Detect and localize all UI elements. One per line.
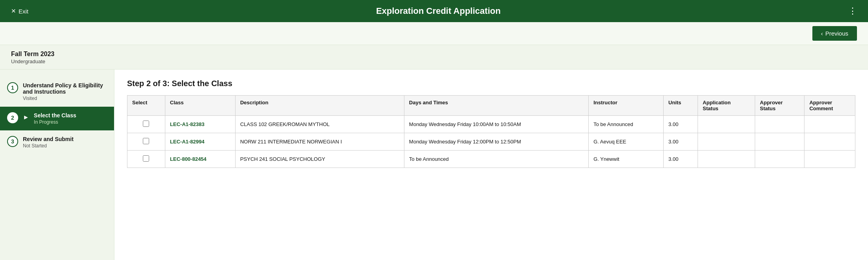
sidebar-item-step3[interactable]: 3 Review and Submit Not Started [0, 130, 114, 154]
more-options-icon[interactable]: ⋮ [848, 6, 857, 16]
col-select: Select [127, 96, 165, 116]
step3-label: Review and Submit [23, 136, 73, 142]
row-checkbox-1[interactable] [143, 138, 149, 144]
row-units: 3.00 [664, 116, 698, 133]
step-heading: Step 2 of 3: Select the Class [127, 79, 855, 88]
row-instructor: To be Announced [589, 116, 664, 133]
step2-text: Select the Class In Progress [34, 112, 76, 125]
col-instructor: Instructor [589, 96, 664, 116]
previous-label: Previous [825, 30, 848, 37]
step1-text: Understand Policy & Eligibility and Inst… [23, 82, 107, 101]
col-days-times: Days and Times [404, 96, 588, 116]
row-units: 3.00 [664, 133, 698, 151]
step3-status: Not Started [23, 143, 73, 149]
row-units: 3.00 [664, 151, 698, 168]
step3-number: 3 [7, 136, 18, 147]
row-class-id[interactable]: LEC-A1-82994 [165, 133, 235, 151]
class-link-1[interactable]: LEC-A1-82994 [170, 139, 204, 145]
class-table: Select Class Description Days and Times … [127, 95, 855, 168]
content-area: Step 2 of 3: Select the Class Select Cla… [114, 70, 868, 260]
row-description: PSYCH 241 SOCIAL PSYCHOLOGY [235, 151, 404, 168]
step2-arrow-icon: ► [23, 114, 29, 121]
app-header: ✕ Exit Exploration Credit Application ⋮ [0, 0, 868, 22]
sidebar-item-step1[interactable]: 1 Understand Policy & Eligibility and In… [0, 77, 114, 107]
row-description: CLASS 102 GREEK/ROMAN MYTHOL [235, 116, 404, 133]
term-bar: Fall Term 2023 Undergraduate [0, 45, 868, 70]
sidebar: 1 Understand Policy & Eligibility and In… [0, 70, 114, 260]
row-days-times: Monday Wednesday Friday 12:00PM to 12:50… [404, 133, 588, 151]
sidebar-item-step2[interactable]: 2 ► Select the Class In Progress [0, 107, 114, 130]
row-days-times: To be Announced [404, 151, 588, 168]
top-action-bar: ‹ Previous [0, 22, 868, 45]
row-class-id[interactable]: LEC-800-82454 [165, 151, 235, 168]
row-checkbox-cell[interactable] [127, 133, 165, 151]
row-checkbox-0[interactable] [143, 121, 149, 127]
term-level: Undergraduate [11, 58, 857, 64]
col-description: Description [235, 96, 404, 116]
row-approver-status [755, 133, 804, 151]
class-link-0[interactable]: LEC-A1-82383 [170, 121, 204, 127]
row-days-times: Monday Wednesday Friday 10:00AM to 10:50… [404, 116, 588, 133]
main-content: 1 Understand Policy & Eligibility and In… [0, 70, 868, 260]
previous-button[interactable]: ‹ Previous [812, 26, 857, 41]
exit-label: Exit [19, 8, 28, 15]
step1-status: Visited [23, 96, 107, 101]
row-checkbox-cell[interactable] [127, 116, 165, 133]
col-application-status: ApplicationStatus [698, 96, 755, 116]
step2-label: Select the Class [34, 112, 76, 119]
row-checkbox-2[interactable] [143, 155, 149, 162]
row-instructor: G. Ynewwit [589, 151, 664, 168]
chevron-left-icon: ‹ [821, 30, 823, 37]
col-units: Units [664, 96, 698, 116]
step1-number: 1 [7, 82, 18, 93]
col-approver-status: ApproverStatus [755, 96, 804, 116]
row-class-id[interactable]: LEC-A1-82383 [165, 116, 235, 133]
exit-button[interactable]: ✕ Exit [11, 8, 28, 15]
row-approver-comment [804, 133, 855, 151]
row-description: NORW 211 INTERMEDIATE NORWEGIAN I [235, 133, 404, 151]
step1-label: Understand Policy & Eligibility and Inst… [23, 82, 107, 95]
row-application-status [698, 133, 755, 151]
row-application-status [698, 151, 755, 168]
row-checkbox-cell[interactable] [127, 151, 165, 168]
step3-text: Review and Submit Not Started [23, 136, 73, 149]
app-title: Exploration Credit Application [28, 6, 848, 16]
step2-status: In Progress [34, 119, 76, 125]
table-row: LEC-A1-82994 NORW 211 INTERMEDIATE NORWE… [127, 133, 855, 151]
row-approver-status [755, 116, 804, 133]
row-application-status [698, 116, 755, 133]
row-approver-comment [804, 116, 855, 133]
row-instructor: G. Aevuq EEE [589, 133, 664, 151]
term-name: Fall Term 2023 [11, 51, 857, 58]
exit-icon: ✕ [11, 8, 16, 15]
step2-number: 2 [7, 112, 18, 123]
class-link-2[interactable]: LEC-800-82454 [170, 156, 207, 162]
row-approver-status [755, 151, 804, 168]
col-class: Class [165, 96, 235, 116]
table-header-row: Select Class Description Days and Times … [127, 96, 855, 116]
col-approver-comment: ApproverComment [804, 96, 855, 116]
row-approver-comment [804, 151, 855, 168]
table-row: LEC-A1-82383 CLASS 102 GREEK/ROMAN MYTHO… [127, 116, 855, 133]
table-row: LEC-800-82454 PSYCH 241 SOCIAL PSYCHOLOG… [127, 151, 855, 168]
